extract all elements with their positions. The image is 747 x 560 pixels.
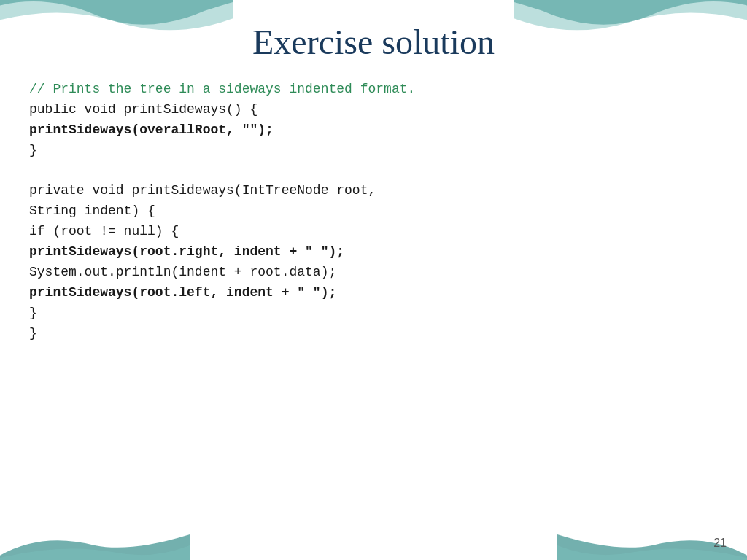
- code-line-10: printSideways(root.left, indent + " ");: [29, 283, 718, 303]
- code-line-12: }: [29, 324, 718, 344]
- page-number: 21: [713, 537, 727, 550]
- code-line-5: private void printSideways(IntTreeNode r…: [29, 181, 718, 201]
- code-line-1: public void printSideways() {: [29, 100, 718, 120]
- code-line-2: printSideways(overallRoot, "");: [29, 120, 718, 141]
- code-block: // Prints the tree in a sideways indente…: [29, 79, 718, 344]
- code-line-11: }: [29, 303, 718, 324]
- code-line-3: }: [29, 141, 718, 161]
- wave-bottom-right-decoration: [557, 502, 747, 560]
- slide-title: Exercise solution: [29, 15, 718, 62]
- code-line-6: String indent) {: [29, 201, 718, 222]
- code-line-7: if (root != null) {: [29, 222, 718, 242]
- code-line-8: printSideways(root.right, indent + " ");: [29, 242, 718, 262]
- slide-content: Exercise solution // Prints the tree in …: [0, 0, 747, 359]
- wave-bottom-left-decoration: [0, 502, 190, 560]
- code-comment: // Prints the tree in a sideways indente…: [29, 79, 718, 100]
- code-line-9: System.out.println(indent + root.data);: [29, 262, 718, 283]
- code-comment-text: // Prints the tree in a sideways indente…: [29, 82, 415, 96]
